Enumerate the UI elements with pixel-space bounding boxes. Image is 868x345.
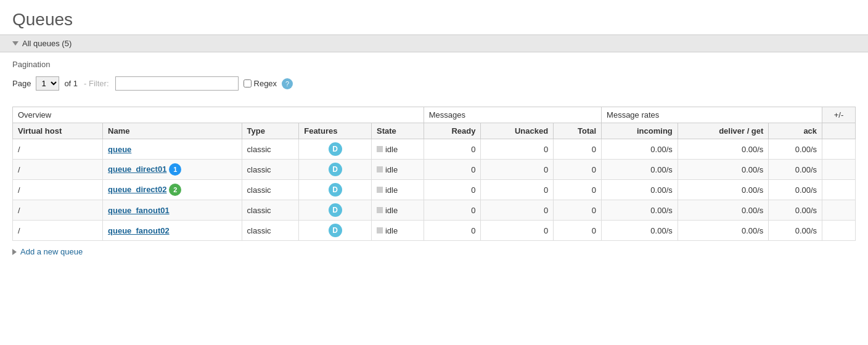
cell-ack: 0.00/s — [769, 139, 822, 160]
col-total: Total — [554, 123, 602, 139]
cell-state: idle — [371, 139, 424, 160]
queue-name-link[interactable]: queue_fanout02 — [108, 226, 170, 235]
overview-header: Overview — [13, 107, 424, 123]
cell-type: classic — [242, 180, 299, 200]
cell-ready: 0 — [424, 200, 481, 221]
cell-total: 0 — [554, 200, 602, 221]
regex-text: Regex — [254, 79, 277, 88]
cell-spacer — [822, 139, 856, 160]
cell-spacer — [822, 221, 856, 241]
cell-unacked: 0 — [481, 180, 554, 200]
state-text: idle — [385, 145, 398, 154]
table-row: /queue_fanout01classicDidle0000.00/s0.00… — [13, 200, 856, 221]
state-indicator — [377, 187, 383, 193]
cell-total: 0 — [554, 180, 602, 200]
col-unacked: Unacked — [481, 123, 554, 139]
cell-features: D — [299, 200, 372, 221]
cell-virtual-host: / — [13, 160, 103, 180]
queue-name-link[interactable]: queue_fanout01 — [108, 206, 170, 215]
message-rates-header: Message rates — [602, 107, 822, 123]
cell-ack: 0.00/s — [769, 180, 822, 200]
regex-label: Regex — [244, 79, 277, 88]
cell-ready: 0 — [424, 180, 481, 200]
plus-minus-header[interactable]: +/- — [822, 107, 856, 123]
pagination-controls: Page 1 of 1 - Filter: Regex ? — [12, 74, 856, 93]
feature-badge: D — [329, 203, 342, 217]
cell-deliver_get: 0.00/s — [678, 160, 769, 180]
cell-name[interactable]: queue — [103, 139, 242, 160]
cell-deliver_get: 0.00/s — [678, 139, 769, 160]
state-indicator — [377, 207, 383, 213]
feature-badge: D — [329, 163, 342, 176]
cell-unacked: 0 — [481, 160, 554, 180]
col-spacer — [822, 123, 856, 139]
cell-unacked: 0 — [481, 200, 554, 221]
collapse-icon[interactable] — [12, 41, 18, 46]
cell-state: idle — [371, 200, 424, 221]
cell-state: idle — [371, 160, 424, 180]
table-section: Overview Messages Message rates +/- Virt… — [0, 107, 868, 241]
page-title: Queues — [0, 0, 868, 34]
col-name: Name — [103, 123, 242, 139]
cell-features: D — [299, 160, 372, 180]
add-queue-link[interactable]: Add a new queue — [20, 247, 83, 256]
cell-ack: 0.00/s — [769, 221, 822, 241]
state-indicator — [377, 227, 383, 233]
cell-name[interactable]: queue_direct011 — [103, 160, 242, 180]
cell-total: 0 — [554, 160, 602, 180]
cell-spacer — [822, 160, 856, 180]
cell-features: D — [299, 180, 372, 200]
col-type: Type — [242, 123, 299, 139]
help-button[interactable]: ? — [282, 78, 293, 89]
cell-deliver_get: 0.00/s — [678, 180, 769, 200]
feature-badge: D — [329, 224, 342, 237]
queue-name-link[interactable]: queue_direct02 — [108, 185, 166, 194]
cell-state: idle — [371, 180, 424, 200]
feature-badge: D — [329, 142, 342, 156]
cell-type: classic — [242, 200, 299, 221]
queue-name-link[interactable]: queue — [108, 145, 131, 154]
col-ack: ack — [769, 123, 822, 139]
page-select[interactable]: 1 — [36, 76, 59, 91]
all-queues-label: All queues (5) — [22, 39, 72, 48]
col-state: State — [371, 123, 424, 139]
queues-table: Overview Messages Message rates +/- Virt… — [12, 107, 856, 241]
state-text: idle — [385, 206, 398, 215]
pagination-label: Pagination — [12, 60, 856, 69]
cell-name[interactable]: queue_direct022 — [103, 180, 242, 200]
queue-badge: 1 — [169, 163, 181, 176]
cell-unacked: 0 — [481, 139, 554, 160]
cell-name[interactable]: queue_fanout02 — [103, 221, 242, 241]
state-text: idle — [385, 226, 398, 235]
expand-icon[interactable] — [12, 249, 17, 255]
cell-virtual-host: / — [13, 139, 103, 160]
cell-deliver_get: 0.00/s — [678, 200, 769, 221]
table-row: /queue_direct011classicDidle0000.00/s0.0… — [13, 160, 856, 180]
cell-incoming: 0.00/s — [602, 160, 678, 180]
page-label: Page — [12, 79, 31, 88]
col-deliver-get: deliver / get — [678, 123, 769, 139]
feature-badge: D — [329, 183, 342, 197]
cell-incoming: 0.00/s — [602, 200, 678, 221]
cell-total: 0 — [554, 139, 602, 160]
cell-unacked: 0 — [481, 221, 554, 241]
col-virtual-host: Virtual host — [13, 123, 103, 139]
queue-badge: 2 — [169, 184, 181, 196]
cell-total: 0 — [554, 221, 602, 241]
filter-input[interactable] — [115, 76, 239, 91]
cell-name[interactable]: queue_fanout01 — [103, 200, 242, 221]
cell-features: D — [299, 139, 372, 160]
cell-incoming: 0.00/s — [602, 221, 678, 241]
state-indicator — [377, 166, 383, 172]
regex-checkbox[interactable] — [244, 79, 252, 87]
queue-name-link[interactable]: queue_direct01 — [108, 164, 166, 174]
cell-type: classic — [242, 139, 299, 160]
cell-ready: 0 — [424, 160, 481, 180]
table-row: /queue_fanout02classicDidle0000.00/s0.00… — [13, 221, 856, 241]
pagination-section: Pagination Page 1 of 1 - Filter: Regex ? — [0, 52, 868, 100]
state-text: idle — [385, 185, 398, 195]
cell-ready: 0 — [424, 221, 481, 241]
table-row: /queue_direct022classicDidle0000.00/s0.0… — [13, 180, 856, 200]
cell-virtual-host: / — [13, 221, 103, 241]
section-header-row: Overview Messages Message rates +/- — [13, 107, 856, 123]
